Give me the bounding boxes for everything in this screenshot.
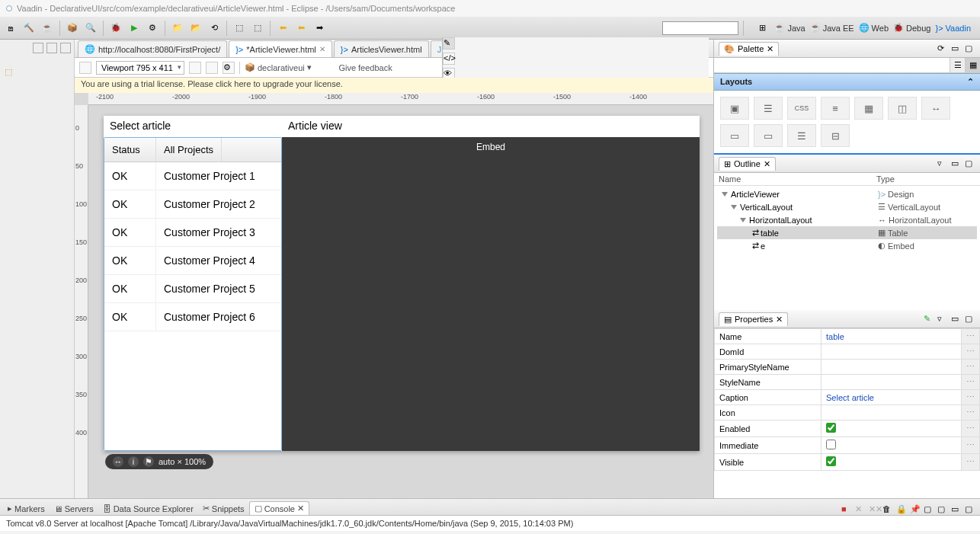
flag-icon[interactable]: ⚑ — [143, 456, 154, 467]
servers-tab[interactable]: 🖥Servers — [50, 503, 98, 515]
layout-vertical-icon[interactable]: ☰ — [787, 124, 816, 147]
refresh-icon[interactable]: ⟳ — [937, 43, 948, 54]
display-icon[interactable]: ▢ — [924, 504, 934, 515]
prop-more-icon[interactable]: ⋯ — [962, 405, 980, 420]
layout-grid-icon[interactable]: ▦ — [854, 97, 883, 120]
run-icon[interactable]: ▶ — [127, 21, 142, 36]
viewport-select[interactable]: Viewport 795 x 411 — [96, 61, 184, 75]
minimize-icon[interactable]: ▭ — [951, 504, 962, 515]
layout-absolute-icon[interactable]: ▣ — [720, 97, 749, 120]
clear-icon[interactable]: 🗑 — [882, 504, 893, 515]
folder-icon[interactable]: 📁 — [170, 21, 185, 36]
prop-more-icon[interactable]: ⋯ — [962, 344, 980, 360]
toolbar-btn[interactable]: ⚙ — [145, 21, 160, 36]
prop-value[interactable] — [821, 360, 962, 375]
perspective-vaadin[interactable]: }>Vaadin — [935, 24, 971, 33]
perspective-debug[interactable]: 🐞Debug — [893, 23, 930, 33]
explorer-icon[interactable]: ⬚ — [5, 67, 12, 77]
table-row[interactable]: OKCustomer Project 2 — [104, 190, 281, 219]
prop-more-icon[interactable]: ⋯ — [962, 454, 980, 471]
outline-tab[interactable]: ⊞ Outline ✕ — [719, 157, 776, 171]
layout-vsplit-icon[interactable]: ⊟ — [821, 124, 850, 147]
layout-horizontal-icon[interactable]: ↔ — [921, 97, 950, 120]
debug-icon[interactable]: 🐞 — [108, 21, 123, 36]
prop-more-icon[interactable]: ⋯ — [962, 437, 980, 454]
quick-search[interactable] — [662, 21, 738, 35]
markers-tab[interactable]: ▸Markers — [3, 502, 50, 515]
toolbar-btn[interactable]: 🔨 — [21, 21, 37, 36]
design-canvas[interactable]: -2100 -2000 -1900 -1800 -1700 -1600 -150… — [75, 93, 713, 498]
remove-all-icon[interactable]: ✕✕ — [869, 504, 879, 515]
fwd-icon[interactable]: ➡ — [312, 21, 327, 36]
snippets-tab[interactable]: ✂Snippets — [198, 502, 249, 515]
list-view-icon[interactable]: ☰ — [950, 58, 965, 72]
design-frame[interactable]: Select article Article view Status All P… — [104, 116, 700, 451]
minimize-icon[interactable]: ▭ — [951, 314, 962, 325]
toolbar-btn[interactable]: ⟲ — [207, 21, 222, 36]
open-perspective-icon[interactable]: ⊞ — [754, 21, 770, 36]
toolbar-btn[interactable]: ☕ — [40, 21, 55, 36]
settings-icon[interactable]: ⚙ — [223, 62, 235, 74]
properties-tab[interactable]: ▤ Properties ✕ — [719, 312, 788, 326]
prop-value[interactable]: Select article — [821, 390, 962, 405]
minimize-icon[interactable]: ▭ — [951, 43, 962, 54]
remove-icon[interactable]: ✕ — [855, 504, 866, 515]
fwd-icon[interactable]: ⬅ — [293, 21, 309, 36]
layout-panel-icon[interactable]: ▭ — [720, 124, 749, 147]
editor-tab[interactable]: }>ArticlesViewer.html — [334, 40, 429, 57]
feedback-link[interactable]: Give feedback — [338, 63, 392, 72]
tree-item[interactable]: ArticleViewer}>Design — [717, 187, 977, 200]
tree-item[interactable]: VerticalLayout☰VerticalLayout — [717, 200, 977, 213]
prop-more-icon[interactable]: ⋯ — [962, 375, 980, 390]
stop-icon[interactable]: ■ — [841, 504, 852, 515]
maximize-icon[interactable]: ▢ — [965, 158, 975, 169]
tool-icon[interactable] — [206, 62, 218, 74]
back-icon[interactable]: ⬅ — [275, 21, 290, 36]
open-console-icon[interactable]: ▢ — [937, 504, 948, 515]
close-icon[interactable]: ✕ — [319, 45, 325, 53]
prop-value[interactable]: table — [821, 329, 962, 344]
code-mode-icon[interactable]: </> — [443, 53, 455, 65]
prop-value[interactable] — [821, 454, 962, 471]
col-header[interactable]: Status — [104, 138, 156, 161]
tool-icon[interactable] — [189, 62, 201, 74]
maximize-icon[interactable]: ▢ — [965, 504, 975, 515]
handle-icon[interactable]: ↔ — [113, 456, 123, 467]
minimize-icon[interactable] — [60, 43, 71, 53]
palette-tab[interactable]: 🎨 Palette ✕ — [719, 42, 779, 56]
info-icon[interactable]: i — [128, 456, 139, 467]
folder-icon[interactable]: 📂 — [188, 21, 203, 36]
tree-item[interactable]: HorizontalLayout↔HorizontalLayout — [717, 213, 977, 226]
prop-value[interactable] — [821, 344, 962, 360]
perspective-web[interactable]: 🌐Web — [859, 23, 889, 33]
perspective-javaee[interactable]: ☕Java EE — [810, 23, 854, 33]
zoom-indicator[interactable]: ↔ i ⚑ auto × 100% — [105, 454, 213, 469]
prop-value[interactable] — [821, 405, 962, 420]
layout-form-icon[interactable]: ≡ — [821, 97, 850, 120]
layout-accordion-icon[interactable]: ☰ — [754, 97, 783, 120]
table-row[interactable]: OKCustomer Project 5 — [104, 275, 281, 303]
table-row[interactable]: OKCustomer Project 6 — [104, 303, 281, 331]
minimize-icon[interactable]: ▭ — [951, 158, 962, 169]
layout-hsplit-icon[interactable]: ◫ — [888, 97, 917, 120]
editor-tab[interactable]: }>*ArticleViewer.html✕ — [229, 40, 332, 57]
prop-more-icon[interactable]: ⋯ — [962, 360, 980, 375]
prop-value[interactable] — [821, 437, 962, 454]
scroll-lock-icon[interactable]: 🔒 — [896, 504, 907, 515]
new-icon[interactable]: ✎ — [924, 314, 934, 325]
layout-css-icon[interactable]: CSS — [787, 97, 816, 120]
console-tab[interactable]: ▢Console ✕ — [249, 501, 309, 515]
maximize-icon[interactable]: ▢ — [965, 314, 975, 325]
device-icon[interactable] — [79, 62, 91, 74]
toolbar-btn[interactable]: 🔍 — [83, 21, 98, 36]
prop-more-icon[interactable]: ⋯ — [962, 329, 980, 344]
menu-icon[interactable]: ▿ — [937, 314, 948, 325]
edit-mode-icon[interactable]: ✎ — [443, 37, 455, 50]
restore-icon[interactable] — [33, 43, 43, 53]
article-table[interactable]: Status All Projects OKCustomer Project 1… — [104, 137, 282, 451]
toolbar-btn[interactable]: 📦 — [65, 21, 80, 36]
toolbar-btn[interactable]: ⬚ — [250, 21, 265, 36]
tree-item[interactable]: ⇄e◐Embed — [717, 239, 977, 252]
palette-category[interactable]: Layouts⌃ — [714, 73, 980, 91]
menu-icon[interactable]: ▿ — [937, 158, 948, 169]
